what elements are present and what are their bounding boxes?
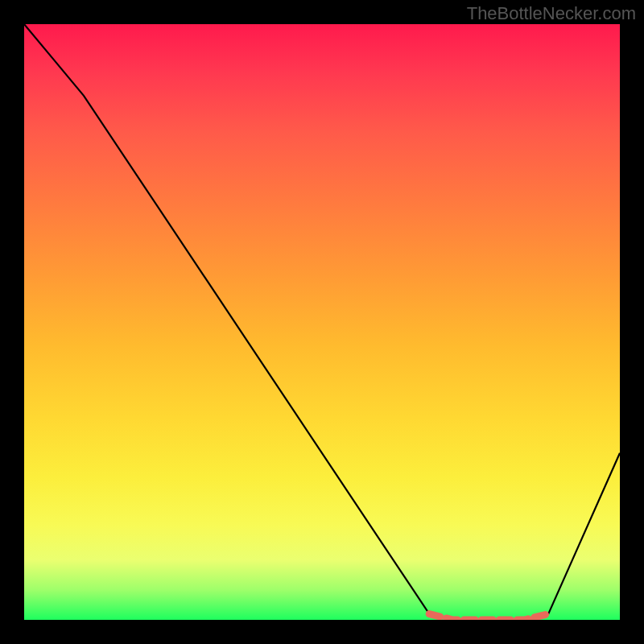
curve-highlight-flat	[429, 614, 548, 620]
watermark-text: TheBottleNecker.com	[467, 3, 636, 24]
chart-plot-area	[24, 24, 620, 620]
curve-path	[24, 24, 620, 620]
bottleneck-curve	[24, 24, 620, 620]
